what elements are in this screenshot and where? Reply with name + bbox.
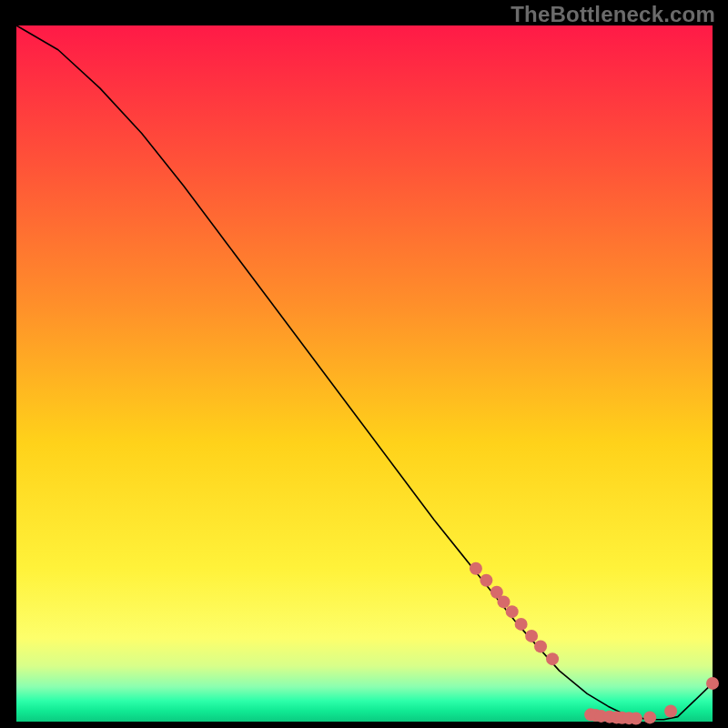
chart-marker-dot [480, 574, 492, 587]
chart-marker-dot [546, 652, 559, 665]
chart-markers-group [470, 562, 719, 725]
chart-marker-dot [498, 595, 511, 608]
chart-overlay-svg [16, 25, 713, 722]
watermark-text: TheBottleneck.com [511, 2, 715, 27]
chart-marker-dot [534, 640, 547, 652]
chart-marker-dot [525, 630, 538, 642]
chart-marker-dot [643, 711, 656, 723]
chart-marker-dot [630, 713, 642, 725]
chart-curve [16, 25, 713, 720]
chart-marker-dot [470, 562, 482, 575]
chart-marker-dot [506, 605, 519, 618]
chart-marker-dot [664, 705, 677, 718]
chart-container: TheBottleneck.com [0, 0, 728, 728]
chart-marker-dot [515, 618, 528, 631]
chart-marker-dot [706, 677, 719, 690]
